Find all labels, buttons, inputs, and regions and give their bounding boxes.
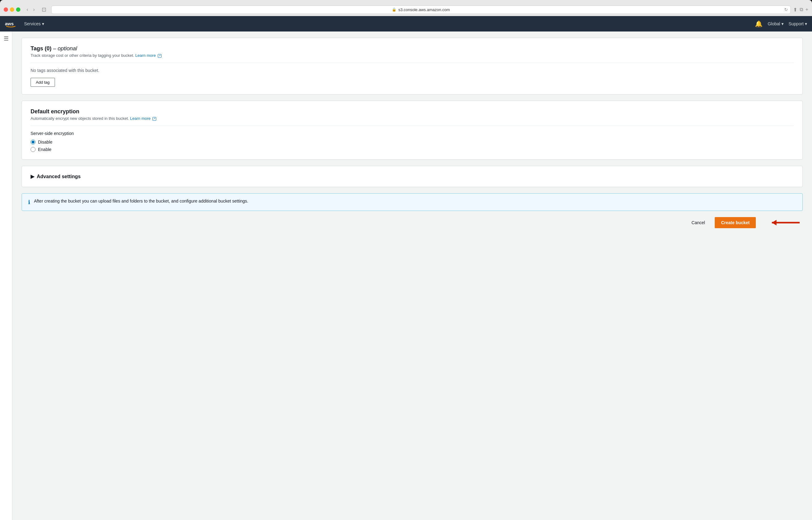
disable-encryption-option[interactable]: Disable: [31, 139, 794, 145]
info-icon: ℹ: [28, 199, 30, 206]
disable-encryption-radio[interactable]: [31, 139, 35, 145]
url-bar[interactable]: 🔒 s3.console.aws.amazon.com ↻: [51, 5, 791, 14]
no-tags-text: No tags associated with this bucket.: [31, 68, 794, 73]
encryption-subtitle: Automatically encrypt new objects stored…: [31, 116, 794, 121]
svg-text:aws: aws: [5, 21, 14, 26]
advanced-settings-section[interactable]: ▶ Advanced settings: [22, 166, 803, 187]
cancel-button[interactable]: Cancel: [687, 218, 710, 228]
create-bucket-button[interactable]: Create bucket: [715, 217, 756, 228]
red-arrow-icon: [766, 217, 803, 228]
info-box: ℹ After creating the bucket you can uplo…: [22, 193, 803, 211]
tags-title: Tags (0) – optional: [31, 45, 794, 52]
enable-encryption-option[interactable]: Enable: [31, 147, 794, 152]
hamburger-menu[interactable]: ☰: [4, 35, 9, 42]
content-area: Tags (0) – optional Track storage cost o…: [12, 31, 812, 520]
back-button[interactable]: ‹: [25, 6, 30, 13]
close-button[interactable]: [4, 7, 8, 12]
traffic-lights: [4, 7, 20, 12]
encryption-radio-group: Disable Enable: [31, 139, 794, 152]
encryption-learn-more-link[interactable]: Learn more: [130, 116, 150, 121]
reload-button[interactable]: ↻: [784, 7, 788, 12]
action-row: Cancel Create bucket: [22, 217, 803, 228]
support-label: Support: [789, 21, 804, 26]
enable-encryption-radio[interactable]: [31, 147, 35, 152]
advanced-settings-toggle[interactable]: ▶ Advanced settings: [31, 174, 794, 179]
global-nav-item[interactable]: Global ▾: [767, 21, 783, 26]
tags-section: Tags (0) – optional Track storage cost o…: [22, 38, 803, 95]
tags-external-link-icon: [158, 54, 161, 58]
support-dropdown-icon: ▾: [805, 21, 807, 26]
new-tab-button[interactable]: +: [806, 7, 808, 12]
encryption-divider: [31, 126, 794, 126]
advanced-expand-icon: ▶: [31, 174, 34, 179]
share-button[interactable]: ⬆: [793, 7, 797, 12]
fullscreen-button[interactable]: [16, 7, 20, 12]
support-nav-item[interactable]: Support ▾: [789, 21, 807, 26]
tags-divider: [31, 63, 794, 63]
aws-navbar: aws Services ▾ 🔔 Global ▾ Support ▾: [0, 16, 812, 31]
notifications-bell[interactable]: 🔔: [755, 20, 763, 27]
sidebar-toggle-button[interactable]: ⊡: [39, 5, 49, 14]
services-label: Services: [24, 21, 41, 26]
enable-encryption-label: Enable: [38, 147, 52, 152]
main-wrapper: ☰ Tags (0) – optional Track storage cost…: [0, 31, 812, 520]
server-side-encryption-label: Server-side encryption: [31, 131, 794, 136]
encryption-external-link-icon: [153, 117, 156, 121]
sidebar: ☰: [0, 31, 12, 520]
global-label: Global: [767, 21, 780, 26]
tags-learn-more-link[interactable]: Learn more: [135, 53, 156, 58]
browser-chrome: ‹ › ⊡ 🔒 s3.console.aws.amazon.com ↻ ⬆ ⧉ …: [0, 0, 812, 16]
advanced-settings-title: Advanced settings: [37, 174, 81, 179]
aws-logo-svg: aws: [5, 20, 17, 27]
encryption-title: Default encryption: [31, 108, 794, 115]
global-dropdown-icon: ▾: [781, 21, 784, 26]
arrow-annotation: [766, 217, 803, 228]
info-box-text: After creating the bucket you can upload…: [34, 199, 248, 204]
forward-button[interactable]: ›: [31, 6, 36, 13]
encryption-section: Default encryption Automatically encrypt…: [22, 101, 803, 160]
svg-marker-2: [772, 220, 777, 226]
disable-encryption-label: Disable: [38, 139, 52, 145]
services-nav-item[interactable]: Services ▾: [24, 21, 44, 26]
add-tag-button[interactable]: Add tag: [31, 78, 55, 87]
tags-subtitle: Track storage cost or other criteria by …: [31, 53, 794, 58]
nav-buttons: ‹ ›: [25, 6, 37, 13]
browser-actions: ⬆ ⧉ +: [793, 7, 808, 12]
aws-logo[interactable]: aws: [5, 20, 17, 27]
minimize-button[interactable]: [10, 7, 14, 12]
lock-icon: 🔒: [392, 7, 396, 12]
services-dropdown-icon: ▾: [42, 21, 44, 26]
tabs-button[interactable]: ⧉: [800, 7, 803, 12]
url-text: s3.console.aws.amazon.com: [398, 7, 450, 12]
